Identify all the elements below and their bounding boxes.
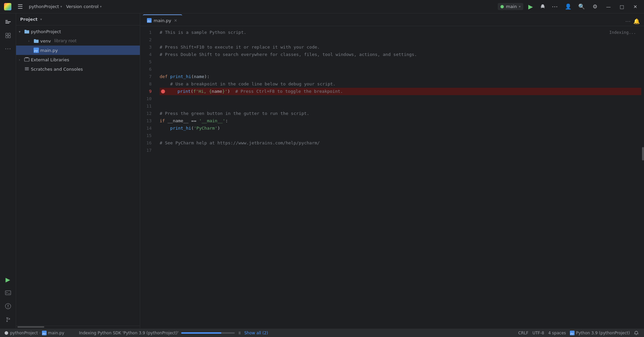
svg-rect-0 — [5, 20, 8, 21]
project-tree: ▾ pythonProject › venv library root py m… — [16, 25, 140, 326]
run-config-chevron-icon: ▾ — [519, 5, 521, 8]
status-indent[interactable]: 4 spaces — [547, 331, 567, 335]
app-logo — [4, 3, 11, 10]
debug-button[interactable] — [538, 2, 547, 11]
status-file-icon: py — [42, 331, 47, 335]
tab-main-py[interactable]: py main.py × — [143, 14, 182, 26]
external-lib-icon — [24, 57, 30, 62]
run-config-label: main — [506, 4, 517, 9]
sidebar-icons: ··· ▶ — [0, 13, 16, 328]
minimize-button[interactable]: — — [604, 2, 613, 11]
status-python-version[interactable]: py Python 3.9 (pythonProject) — [569, 331, 631, 335]
status-file-label[interactable]: main.py — [48, 331, 64, 335]
run-configuration-dropdown[interactable]: main ▾ — [498, 3, 523, 10]
svg-text:py: py — [34, 49, 38, 52]
tree-chevron-icon: ▾ — [19, 30, 23, 33]
code-line-17 — [160, 147, 641, 154]
status-breadcrumb-sep-icon: › — [39, 331, 41, 335]
line-numbers: 1 2 3 4 5 6 7 8 9 10 11 12 13 14 15 16 1… — [140, 26, 157, 328]
status-bell-icon — [634, 331, 639, 335]
tree-item-pythonproject[interactable]: ▾ pythonProject — [16, 27, 140, 36]
indexing-status: Indexing Python SDK 'Python 3.9 (pythonP… — [79, 331, 268, 335]
code-line-15 — [160, 132, 641, 139]
collab-button[interactable]: 👤 — [564, 2, 573, 11]
main-content: ··· ▶ Project ▾ ▾ pythonProject › — [0, 13, 644, 328]
sidebar-icon-project[interactable] — [2, 16, 14, 28]
tree-label-venv: venv — [40, 39, 51, 44]
statusbar: pythonProject › py main.py Indexing Pyth… — [0, 328, 644, 337]
tree-item-main-py[interactable]: py main.py — [16, 46, 140, 55]
tree-label-external-libraries: External Libraries — [31, 57, 69, 62]
tree-item-scratches[interactable]: Scratches and Consoles — [16, 64, 140, 74]
svg-rect-1 — [5, 21, 11, 22]
editor-vertical-scrollbar[interactable] — [641, 26, 644, 328]
code-editor[interactable]: Indexing... # This is a sample Python sc… — [157, 26, 641, 328]
statusbar-right: CRLF UTF-8 4 spaces py Python 3.9 (pytho… — [517, 331, 640, 335]
status-project-label[interactable]: pythonProject — [10, 331, 38, 335]
status-crlf[interactable]: CRLF — [517, 331, 530, 335]
status-python-label: Python 3.9 (pythonProject) — [576, 331, 630, 335]
svg-point-22 — [5, 331, 8, 335]
tab-close-button[interactable]: × — [173, 18, 178, 23]
sidebar-icon-run[interactable]: ▶ — [2, 273, 14, 285]
project-panel-header[interactable]: Project ▾ — [16, 13, 140, 25]
more-actions-button[interactable]: ⋯ — [550, 2, 559, 11]
svg-rect-3 — [6, 33, 8, 35]
status-project-icon — [4, 331, 9, 335]
search-everywhere-button[interactable]: 🔍 — [577, 2, 586, 11]
editor-content[interactable]: 1 2 3 4 5 6 7 8 9 10 11 12 13 14 15 16 1… — [140, 26, 644, 328]
status-breadcrumb: pythonProject › py main.py — [4, 331, 64, 335]
tree-item-venv[interactable]: › venv library root — [16, 36, 140, 46]
tab-bar-actions: ⋯ 🔔 — [624, 16, 641, 26]
status-notifications-button[interactable] — [633, 331, 640, 335]
show-all-button[interactable]: Show all (2) — [244, 331, 268, 335]
sidebar-icon-more[interactable]: ··· — [2, 43, 14, 55]
tree-chevron-venv-icon: › — [28, 39, 32, 43]
project-name-label: pythonProject — [29, 4, 59, 9]
code-line-5 — [160, 58, 641, 66]
settings-button[interactable]: ⚙ — [590, 2, 600, 11]
folder-icon — [24, 29, 30, 34]
close-button[interactable]: ✕ — [631, 2, 640, 11]
project-panel-scrollbar[interactable] — [16, 326, 140, 328]
sidebar-icon-structure[interactable] — [2, 29, 14, 42]
svg-rect-7 — [5, 291, 11, 295]
run-button[interactable]: ▶ — [526, 2, 535, 11]
run-config-dot — [500, 5, 504, 8]
editor-scrollbar-thumb — [642, 147, 644, 160]
code-line-14: print_hi('PyCharm') — [160, 125, 641, 132]
tab-more-options-button[interactable]: ⋯ — [624, 17, 632, 26]
notifications-button[interactable]: 🔔 — [632, 16, 641, 26]
maximize-button[interactable]: □ — [617, 2, 627, 11]
svg-rect-6 — [8, 36, 10, 38]
tree-item-external-libraries[interactable]: › External Libraries — [16, 55, 140, 64]
code-line-11 — [160, 103, 641, 110]
python-file-icon: py — [34, 48, 39, 53]
tab-python-icon: py — [147, 18, 152, 23]
status-python-icon: py — [570, 331, 575, 335]
project-name-dropdown[interactable]: pythonProject ▾ — [29, 4, 62, 9]
indexing-pause-icon[interactable]: ⏸ — [237, 331, 241, 335]
tab-bar: py main.py × ⋯ 🔔 — [140, 13, 644, 26]
tree-chevron-extlib-icon: › — [19, 58, 23, 62]
svg-text:py: py — [43, 332, 46, 335]
svg-point-11 — [6, 321, 8, 322]
svg-rect-4 — [8, 33, 10, 35]
sidebar-icon-git[interactable] — [2, 314, 14, 326]
tree-label-scratches: Scratches and Consoles — [31, 67, 83, 72]
svg-point-12 — [9, 318, 10, 320]
sidebar-icon-terminal[interactable] — [2, 287, 14, 299]
status-encoding[interactable]: UTF-8 — [531, 331, 545, 335]
svg-rect-5 — [6, 36, 8, 38]
indexing-progress-fill — [181, 332, 221, 334]
svg-rect-15 — [24, 58, 29, 61]
svg-rect-19 — [25, 70, 29, 70]
breakpoint-dot — [161, 89, 165, 93]
svg-rect-16 — [25, 57, 29, 58]
version-control-dropdown[interactable]: Version control ▾ — [66, 4, 102, 9]
scratches-icon — [24, 66, 30, 72]
code-line-16: # See PyCharm help at https://www.jetbra… — [160, 139, 641, 147]
code-line-9: print(f'Hi, {name}') # Press Ctrl+F8 to … — [160, 88, 641, 95]
hamburger-menu-icon[interactable]: ☰ — [15, 2, 25, 11]
sidebar-icon-problems[interactable] — [2, 300, 14, 312]
